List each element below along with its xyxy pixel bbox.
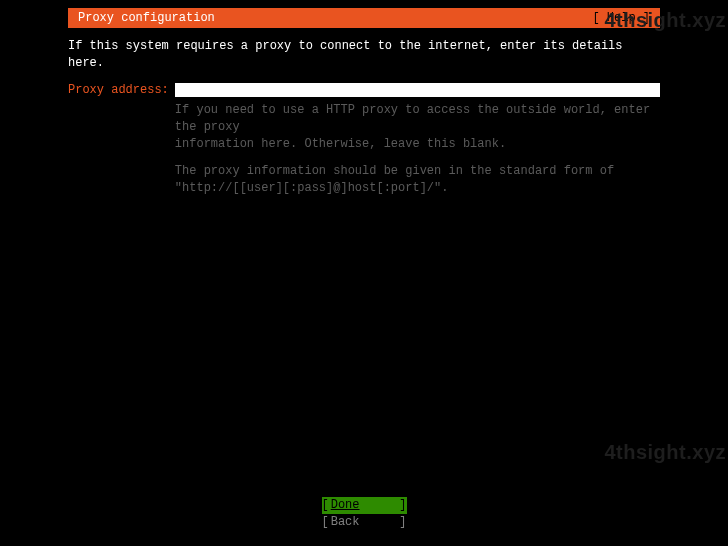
- proxy-address-help: If you need to use a HTTP proxy to acces…: [175, 102, 660, 196]
- done-button[interactable]: [ Done ]: [322, 497, 407, 514]
- main-content: If this system requires a proxy to conne…: [68, 28, 660, 206]
- help-button[interactable]: [ Help ]: [592, 10, 650, 27]
- bottom-buttons: [ Done ] [ Back ]: [0, 497, 728, 531]
- proxy-address-label: Proxy address:: [68, 82, 169, 99]
- bracket-right: ]: [399, 514, 406, 531]
- back-button[interactable]: [ Back ]: [322, 514, 407, 531]
- done-button-label: Done: [329, 497, 400, 514]
- instruction-text: If this system requires a proxy to conne…: [68, 38, 660, 72]
- proxy-address-input-area: If you need to use a HTTP proxy to acces…: [175, 82, 660, 207]
- proxy-address-row: Proxy address: If you need to use a HTTP…: [68, 82, 660, 207]
- help-line: "http://[[user][:pass]@]host[:port]/".: [175, 180, 660, 197]
- help-line: information here. Otherwise, leave this …: [175, 136, 660, 153]
- bracket-right: ]: [399, 497, 406, 514]
- page-title: Proxy configuration: [78, 10, 215, 27]
- back-button-label: Back: [329, 514, 400, 531]
- header-bar: Proxy configuration [ Help ]: [68, 8, 660, 28]
- help-line: The proxy information should be given in…: [175, 163, 660, 180]
- bracket-left: [: [322, 514, 329, 531]
- watermark-bottom: 4thsight.xyz: [604, 438, 726, 466]
- proxy-address-input[interactable]: [175, 83, 660, 97]
- help-line: If you need to use a HTTP proxy to acces…: [175, 102, 660, 136]
- bracket-left: [: [322, 497, 329, 514]
